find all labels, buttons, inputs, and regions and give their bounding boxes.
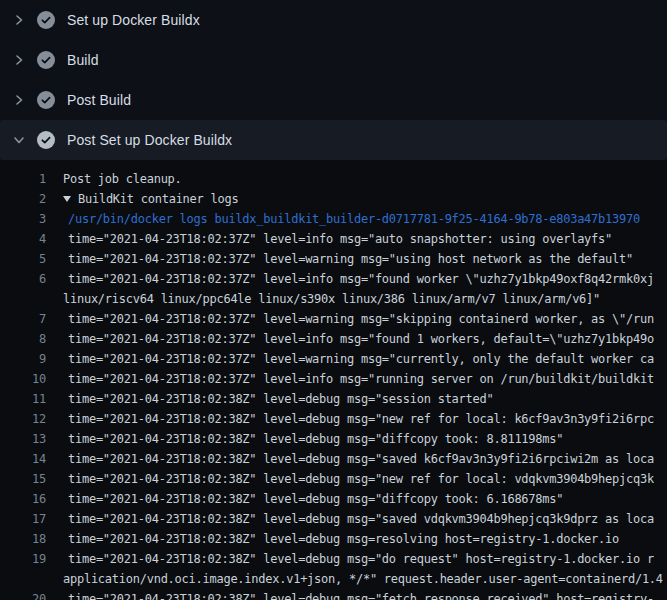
log-line-text: time="2021-04-23T18:02:37Z" level=info m… <box>46 369 654 389</box>
log-line-number[interactable]: 17 <box>0 509 46 529</box>
log-line-number[interactable]: 1 <box>0 169 46 189</box>
log-line[interactable]: 2 BuildKit container logs <box>0 189 667 209</box>
chevron-right-icon <box>13 54 25 66</box>
check-circle-icon <box>37 51 55 69</box>
log-line-text: /usr/bin/docker logs buildx_buildkit_bui… <box>46 209 640 229</box>
log-line-text: time="2021-04-23T18:02:38Z" level=debug … <box>46 449 654 469</box>
log-line: 11 time="2021-04-23T18:02:38Z" level=deb… <box>0 389 667 409</box>
log-line-text: time="2021-04-23T18:02:37Z" level=warnin… <box>46 249 633 269</box>
log-line-number[interactable]: 10 <box>0 369 46 389</box>
log-line-number[interactable]: 3 <box>0 209 46 229</box>
log-line-text: time="2021-04-23T18:02:38Z" level=debug … <box>46 389 493 409</box>
log-line: 3 /usr/bin/docker logs buildx_buildkit_b… <box>0 209 667 229</box>
step-label: Set up Docker Buildx <box>67 12 200 28</box>
log-line-text: BuildKit container logs <box>46 189 238 209</box>
log-line: application/vnd.oci.image.index.v1+json,… <box>0 569 667 589</box>
log-line-text: time="2021-04-23T18:02:38Z" level=debug … <box>46 469 654 489</box>
log-line: 19 time="2021-04-23T18:02:38Z" level=deb… <box>0 549 667 569</box>
chevron-down-icon <box>13 134 25 146</box>
log-line: 5 time="2021-04-23T18:02:37Z" level=warn… <box>0 249 667 269</box>
chevron-right-icon <box>13 94 25 106</box>
log-line-number[interactable]: 12 <box>0 409 46 429</box>
log-line: 13 time="2021-04-23T18:02:38Z" level=deb… <box>0 429 667 449</box>
log-line-number[interactable]: 8 <box>0 329 46 349</box>
log-line-number[interactable]: 6 <box>0 269 46 289</box>
check-circle-icon <box>37 131 55 149</box>
log-line-number[interactable]: 7 <box>0 309 46 329</box>
log-line-text: time="2021-04-23T18:02:37Z" level=warnin… <box>46 309 654 329</box>
log-line: linux/riscv64 linux/ppc64le linux/s390x … <box>0 289 667 309</box>
log-line-number[interactable] <box>0 569 46 589</box>
log-line-text: time="2021-04-23T18:02:38Z" level=debug … <box>46 429 563 449</box>
log-line-text: time="2021-04-23T18:02:37Z" level=warnin… <box>46 349 654 369</box>
log-line-text: time="2021-04-23T18:02:37Z" level=info m… <box>46 329 654 349</box>
log-line-number[interactable]: 14 <box>0 449 46 469</box>
log-line-text: Post job cleanup. <box>46 169 182 189</box>
step-header[interactable]: Set up Docker Buildx <box>0 0 667 40</box>
log-line: 7 time="2021-04-23T18:02:37Z" level=warn… <box>0 309 667 329</box>
check-circle-icon <box>37 11 55 29</box>
log-line: 8 time="2021-04-23T18:02:37Z" level=info… <box>0 329 667 349</box>
log-area[interactable]: 1 Post job cleanup. 2 BuildKit container… <box>0 160 667 600</box>
log-line: 14 time="2021-04-23T18:02:38Z" level=deb… <box>0 449 667 469</box>
log-line: 20 time="2021-04-23T18:02:38Z" level=deb… <box>0 589 667 600</box>
log-line: 15 time="2021-04-23T18:02:38Z" level=deb… <box>0 469 667 489</box>
log-line-number[interactable]: 16 <box>0 489 46 509</box>
log-line: 18 time="2021-04-23T18:02:38Z" level=deb… <box>0 529 667 549</box>
log-line: 9 time="2021-04-23T18:02:37Z" level=warn… <box>0 349 667 369</box>
log-line: 17 time="2021-04-23T18:02:38Z" level=deb… <box>0 509 667 529</box>
log-line: 4 time="2021-04-23T18:02:37Z" level=info… <box>0 229 667 249</box>
log-line-text: time="2021-04-23T18:02:38Z" level=debug … <box>46 529 619 549</box>
check-circle-icon <box>37 91 55 109</box>
group-collapse-icon <box>63 196 71 202</box>
log-line: 1 Post job cleanup. <box>0 169 667 189</box>
log-line-number[interactable]: 19 <box>0 549 46 569</box>
log-line-number[interactable]: 15 <box>0 469 46 489</box>
log-line-text: time="2021-04-23T18:02:38Z" level=debug … <box>46 549 654 569</box>
log-line-number[interactable]: 18 <box>0 529 46 549</box>
steps-list: Set up Docker Buildx Build P <box>0 0 667 160</box>
log-line-number[interactable] <box>0 289 46 309</box>
log-line: 16 time="2021-04-23T18:02:38Z" level=deb… <box>0 489 667 509</box>
step-label: Build <box>67 52 99 68</box>
log-line-text: time="2021-04-23T18:02:37Z" level=info m… <box>46 229 612 249</box>
log-line-text: time="2021-04-23T18:02:37Z" level=info m… <box>46 269 654 289</box>
log-line-number[interactable]: 2 <box>0 189 46 209</box>
log-line-text: time="2021-04-23T18:02:38Z" level=debug … <box>46 489 563 509</box>
log-line-number[interactable]: 5 <box>0 249 46 269</box>
step-label: Post Build <box>67 92 131 108</box>
step-header[interactable]: Post Set up Docker Buildx <box>0 120 667 160</box>
log-line-text: application/vnd.oci.image.index.v1+json,… <box>46 569 663 589</box>
log-line: 10 time="2021-04-23T18:02:37Z" level=inf… <box>0 369 667 389</box>
log-line-text: linux/riscv64 linux/ppc64le linux/s390x … <box>46 289 600 309</box>
step-header[interactable]: Post Build <box>0 80 667 120</box>
step-header[interactable]: Build <box>0 40 667 80</box>
step-label: Post Set up Docker Buildx <box>67 132 232 148</box>
log-line-number[interactable]: 4 <box>0 229 46 249</box>
chevron-right-icon <box>13 14 25 26</box>
actions-log-viewer: Set up Docker Buildx Build P <box>0 0 667 600</box>
log-line: 6 time="2021-04-23T18:02:37Z" level=info… <box>0 269 667 289</box>
log-line-text: time="2021-04-23T18:02:38Z" level=debug … <box>46 509 654 529</box>
log-line-number[interactable]: 13 <box>0 429 46 449</box>
log-line-number[interactable]: 11 <box>0 389 46 409</box>
log-line-text: time="2021-04-23T18:02:38Z" level=debug … <box>46 589 654 600</box>
log-line-text: time="2021-04-23T18:02:38Z" level=debug … <box>46 409 654 429</box>
log-line: 12 time="2021-04-23T18:02:38Z" level=deb… <box>0 409 667 429</box>
log-line-number[interactable]: 9 <box>0 349 46 369</box>
log-line-number[interactable]: 20 <box>0 589 46 600</box>
